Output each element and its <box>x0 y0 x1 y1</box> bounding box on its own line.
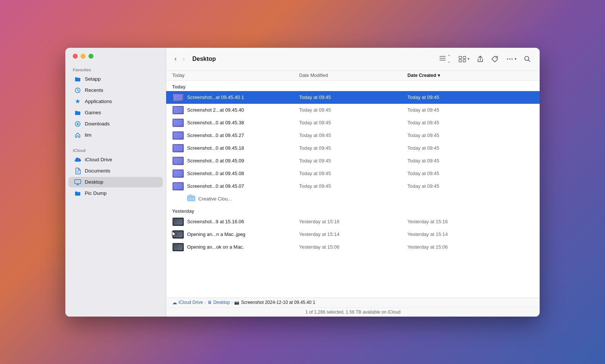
svg-point-13 <box>512 58 513 59</box>
table-row[interactable]: Screenshot...9 at 15.16.06 Yesterday at … <box>166 215 540 228</box>
file-date-modified: Today at 09:45 <box>299 171 407 176</box>
games-folder-icon <box>74 109 81 116</box>
file-breadcrumb-icon: 📷 <box>234 300 239 305</box>
sidebar-item-applications[interactable]: Applications <box>68 96 163 107</box>
icloud-breadcrumb-icon: ☁ <box>172 300 177 305</box>
view-toggle-button[interactable]: ⌃⌄ <box>436 52 454 66</box>
file-date-created: Yesterday at 15:06 <box>407 244 534 250</box>
table-row[interactable]: Opening an...ok on a Mac. Yesterday at 1… <box>166 241 540 253</box>
finder-window: Favorites Setapp Recents <box>65 48 540 317</box>
forward-button[interactable]: › <box>180 53 187 64</box>
file-date-modified: Today at 09:45 <box>299 183 407 189</box>
folder-icon <box>74 76 81 83</box>
icloud-icon <box>74 156 81 163</box>
folder-name-area: Creative Clou... <box>172 195 534 203</box>
share-button[interactable] <box>474 53 487 65</box>
breadcrumb-icloud[interactable]: iCloud Drive <box>179 300 203 305</box>
home-icon <box>74 132 81 139</box>
file-date-created: Today at 09:45 <box>407 145 534 151</box>
sidebar-item-downloads[interactable]: Downloads <box>68 119 163 129</box>
table-row[interactable]: Screenshot...0 at 09.45.27 Today at 09:4… <box>166 129 540 142</box>
file-date-modified: Today at 09:45 <box>299 107 407 113</box>
documents-label: Documents <box>85 168 110 174</box>
breadcrumb: ☁ iCloud Drive › 🖥 Desktop › 📷 Screensho… <box>166 298 540 308</box>
toolbar-actions: ⌃⌄ ▾ <box>436 52 534 66</box>
toolbar: ‹ › Desktop ⌃⌄ <box>166 48 540 71</box>
breadcrumb-desktop[interactable]: Desktop <box>213 300 230 305</box>
file-date-created: Today at 09:45 <box>407 94 534 100</box>
table-row[interactable]: Screenshot...0 at 09.45.08 Today at 09:4… <box>166 167 540 180</box>
table-row[interactable]: Screenshot...0 at 09.45.38 Today at 09:4… <box>166 116 540 129</box>
file-thumbnail <box>172 106 184 115</box>
file-date-created: Yesterday at 15:16 <box>407 219 534 224</box>
more-button[interactable]: ▾ <box>503 54 519 64</box>
date-modified-column-header[interactable]: Date Modified <box>299 73 407 78</box>
table-row[interactable]: Screenshot...at 09.45.40 1 Today at 09:4… <box>166 91 540 104</box>
icloud-label: iCloud <box>65 145 166 154</box>
grid-view-button[interactable]: ▾ <box>455 54 472 64</box>
sidebar-item-games[interactable]: Games <box>68 108 163 118</box>
applications-icon <box>74 98 81 105</box>
sidebar-item-pic-dump[interactable]: Pic Dump <box>68 188 163 199</box>
file-date-modified: Yesterday at 15:06 <box>299 244 407 250</box>
sidebar-item-recents[interactable]: Recents <box>68 85 163 96</box>
desktop-breadcrumb-icon: 🖥 <box>207 300 212 305</box>
status-text: 1 of 1,286 selected, 1.56 TB available o… <box>166 308 540 317</box>
table-row[interactable]: Screenshot...0 at 09.45.09 Today at 09:4… <box>166 155 540 167</box>
sidebar-item-icloud-drive[interactable]: iCloud Drive <box>68 155 163 165</box>
file-date-modified: Yesterday at 15:16 <box>299 219 407 224</box>
table-row[interactable]: Opening an...n a Mac..jpeg Yesterday at … <box>166 228 540 241</box>
maximize-button[interactable] <box>89 54 93 59</box>
file-name: Screenshot...9 at 15.16.06 <box>187 219 299 224</box>
file-thumbnail <box>172 144 184 153</box>
favorites-label: Favorites <box>65 65 166 74</box>
chevron-up-down-icon: ⌃⌄ <box>447 54 451 64</box>
back-button[interactable]: ‹ <box>172 53 179 64</box>
file-date-modified: Today at 09:45 <box>299 145 407 151</box>
sidebar-item-desktop[interactable]: Desktop <box>68 177 163 187</box>
downloads-label: Downloads <box>85 121 110 127</box>
table-row[interactable]: Screenshot...0 at 09.45.18 Today at 09:4… <box>166 142 540 155</box>
games-label: Games <box>85 110 101 115</box>
sidebar-item-tim[interactable]: tim <box>68 130 163 140</box>
file-name: Screenshot...0 at 09.45.07 <box>187 183 299 189</box>
nav-buttons: ‹ › <box>172 53 187 64</box>
file-name: Screenshot 2...at 09.45.40 <box>187 107 299 113</box>
table-row[interactable]: Screenshot...0 at 09.45.07 Today at 09:4… <box>166 180 540 193</box>
svg-rect-7 <box>463 56 466 59</box>
file-date-modified: Yesterday at 15:14 <box>299 231 407 237</box>
breadcrumb-current-file: Screenshot 2024-12-10 at 09.45.40 1 <box>241 300 315 305</box>
column-headers: Today Date Modified Date Created ▾ <box>166 71 540 81</box>
file-name: Screenshot...0 at 09.45.18 <box>187 145 299 151</box>
name-column-header[interactable]: Today <box>172 73 299 78</box>
list-icon <box>439 55 446 63</box>
file-thumbnail <box>172 131 184 140</box>
close-button[interactable] <box>73 54 78 59</box>
file-name: Screenshot...0 at 09.45.09 <box>187 158 299 164</box>
desktop-icon <box>74 179 81 186</box>
sidebar: Favorites Setapp Recents <box>65 48 166 317</box>
table-row[interactable]: Creative Clou... <box>166 193 540 205</box>
folder-icon <box>187 195 195 203</box>
sidebar-item-setapp[interactable]: Setapp <box>68 74 163 84</box>
search-button[interactable] <box>521 54 534 64</box>
table-row[interactable]: Screenshot 2...at 09.45.40 Today at 09:4… <box>166 104 540 116</box>
date-created-column-header[interactable]: Date Created ▾ <box>407 73 534 78</box>
setapp-label: Setapp <box>85 76 101 82</box>
svg-point-12 <box>509 58 511 59</box>
svg-point-11 <box>507 58 508 59</box>
minimize-button[interactable] <box>81 54 86 59</box>
sidebar-item-documents[interactable]: Documents <box>68 166 163 176</box>
file-name: Screenshot...0 at 09.45.38 <box>187 120 299 125</box>
file-name: Screenshot...at 09.45.40 1 <box>187 94 299 100</box>
file-date-modified: Today at 09:45 <box>299 158 407 164</box>
file-date-created: Today at 09:45 <box>407 171 534 176</box>
tag-button[interactable] <box>488 54 502 64</box>
file-date-created: Yesterday at 15:14 <box>407 231 534 237</box>
recents-label: Recents <box>85 87 103 93</box>
file-date-created: Today at 09:45 <box>407 120 534 125</box>
svg-line-15 <box>528 60 530 62</box>
file-thumbnail <box>172 243 184 252</box>
file-date-created: Today at 09:45 <box>407 133 534 138</box>
svg-rect-16 <box>187 196 195 201</box>
